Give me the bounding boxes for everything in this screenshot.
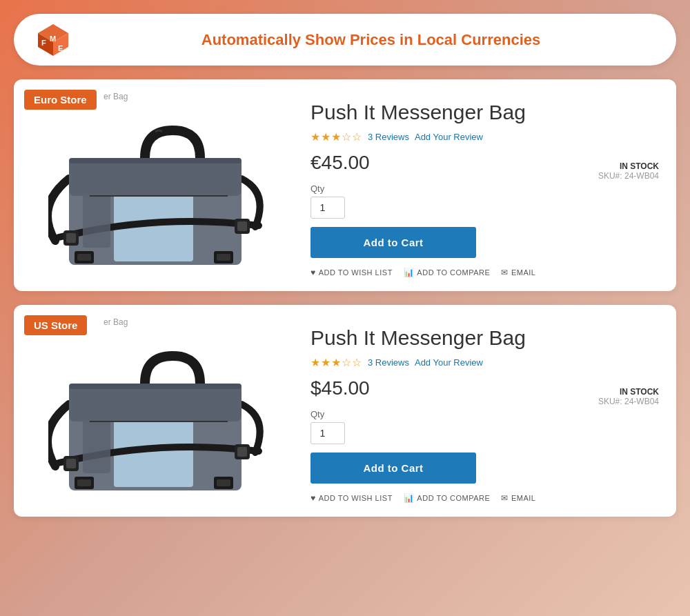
euro-product-image [28,93,290,277]
svg-text:M: M [50,34,56,43]
compare-icon: 📊 [404,268,415,277]
heart-icon: ♥ [310,493,316,503]
us-sku: SKU#: 24-WB04 [598,397,659,406]
svg-rect-28 [69,384,241,421]
header-bar: F M E Automatically Show Prices in Local… [14,14,676,66]
svg-rect-29 [69,384,241,389]
us-add-to-cart-button[interactable]: Add to Cart [310,453,476,484]
euro-add-review-link[interactable]: Add Your Review [415,132,483,142]
euro-product-title: Push It Messenger Bag [310,100,659,125]
svg-text:F: F [41,39,46,47]
fme-logo-icon: F M E [34,21,72,59]
us-action-links: ♥ ADD TO WISH LIST 📊 ADD TO COMPARE ✉ EM… [310,493,659,503]
euro-stars: ★★★☆☆ [310,130,362,143]
svg-rect-12 [237,221,247,231]
us-stars: ★★★☆☆ [310,356,362,369]
svg-rect-32 [77,479,91,486]
header-title: Automatically Show Prices in Local Curre… [86,31,656,49]
svg-rect-18 [77,254,91,261]
euro-store-badge: Euro Store [24,90,97,110]
us-store-badge: US Store [24,315,87,335]
svg-rect-34 [217,479,230,486]
heart-icon: ♥ [310,268,316,277]
euro-store-card: Euro Store er Bag [14,79,676,291]
euro-stock-info: IN STOCK SKU#: 24-WB04 [598,161,659,181]
us-stock-status: IN STOCK [598,387,659,397]
us-price-row: $45.00 IN STOCK SKU#: 24-WB04 [310,377,659,406]
page-wrapper: F M E Automatically Show Prices in Local… [14,14,676,517]
us-qty-input[interactable] [310,422,345,444]
us-reviews-link[interactable]: 3 Reviews [368,357,409,368]
euro-qty-input[interactable] [310,197,345,219]
euro-add-to-cart-button[interactable]: Add to Cart [310,227,476,258]
euro-price-row: €45.00 IN STOCK SKU#: 24-WB04 [310,152,659,181]
us-store-card: US Store er Bag [14,305,676,517]
svg-rect-26 [237,447,247,457]
euro-reviews-link[interactable]: 3 Reviews [368,132,409,142]
svg-rect-15 [69,158,241,163]
us-email-link[interactable]: ✉ EMAIL [501,493,535,503]
euro-email-link[interactable]: ✉ EMAIL [501,268,535,277]
svg-rect-14 [69,158,241,196]
euro-rating-row: ★★★☆☆ 3 Reviews Add Your Review [310,130,659,143]
us-wish-list-link[interactable]: ♥ ADD TO WISH LIST [310,493,393,503]
euro-action-links: ♥ ADD TO WISH LIST 📊 ADD TO COMPARE ✉ EM… [310,268,659,277]
email-icon: ✉ [501,493,509,503]
us-product-details: Push It Messenger Bag ★★★☆☆ 3 Reviews Ad… [290,319,659,503]
us-rating-row: ★★★☆☆ 3 Reviews Add Your Review [310,356,659,369]
euro-qty-section: Qty [310,183,659,219]
us-product-title: Push It Messenger Bag [310,326,659,350]
euro-sku: SKU#: 24-WB04 [598,171,659,181]
euro-stock-status: IN STOCK [598,161,659,171]
euro-breadcrumb: er Bag [103,92,128,101]
euro-product-details: Push It Messenger Bag ★★★☆☆ 3 Reviews Ad… [290,93,659,277]
svg-rect-10 [66,233,76,243]
compare-icon: 📊 [404,493,415,503]
us-add-review-link[interactable]: Add Your Review [415,357,483,368]
euro-price: €45.00 [310,152,370,174]
us-price: $45.00 [310,377,370,399]
euro-qty-label: Qty [310,183,659,194]
us-breadcrumb: er Bag [103,317,128,327]
us-stock-info: IN STOCK SKU#: 24-WB04 [598,387,659,406]
email-icon: ✉ [501,268,509,277]
euro-compare-link[interactable]: 📊 ADD TO COMPARE [404,268,491,277]
us-product-image [28,319,290,503]
us-compare-link[interactable]: 📊 ADD TO COMPARE [404,493,491,503]
euro-wish-list-link[interactable]: ♥ ADD TO WISH LIST [310,268,393,277]
svg-rect-24 [66,459,76,468]
svg-text:E: E [58,44,63,52]
svg-rect-20 [217,254,230,261]
us-qty-label: Qty [310,409,659,419]
us-qty-section: Qty [310,409,659,444]
